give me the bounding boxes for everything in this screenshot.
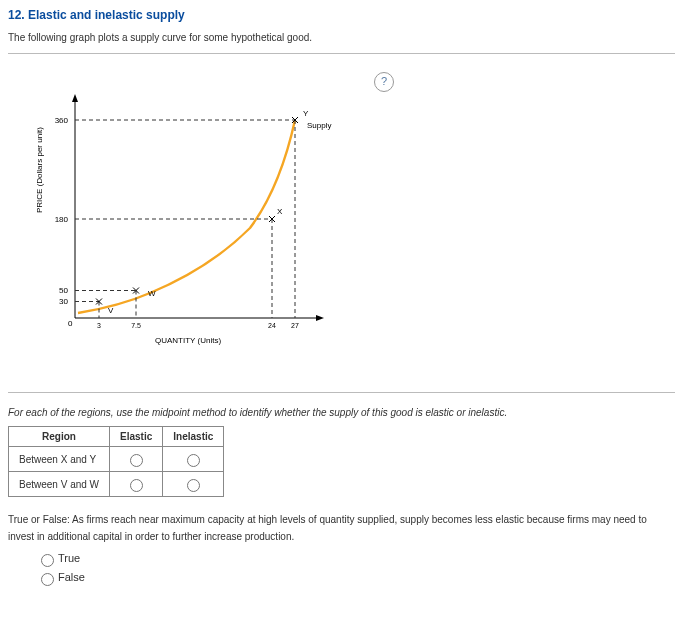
svg-text:X: X: [277, 207, 283, 216]
svg-text:Supply: Supply: [307, 121, 331, 130]
divider: [8, 53, 675, 54]
col-region: Region: [9, 427, 110, 447]
svg-text:30: 30: [59, 297, 68, 306]
row-label: Between X and Y: [9, 447, 110, 472]
elasticity-table: Region Elastic Inelastic Between X and Y…: [8, 426, 224, 497]
row-label: Between V and W: [9, 472, 110, 497]
svg-text:180: 180: [55, 215, 69, 224]
svg-text:24: 24: [268, 322, 276, 329]
true-false-prompt: True or False: As firms reach near maxim…: [8, 511, 675, 545]
table-instruction: For each of the regions, use the midpoin…: [8, 407, 675, 418]
radio-true[interactable]: [41, 554, 54, 567]
tf-option-true[interactable]: True: [36, 551, 675, 567]
table-row: Between X and Y: [9, 447, 224, 472]
radio-xy-inelastic[interactable]: [187, 454, 200, 467]
radio-vw-elastic[interactable]: [130, 479, 143, 492]
svg-text:V: V: [108, 306, 114, 315]
svg-text:360: 360: [55, 116, 69, 125]
table-row: Between V and W: [9, 472, 224, 497]
svg-text:3: 3: [97, 322, 101, 329]
radio-false[interactable]: [41, 573, 54, 586]
divider: [8, 392, 675, 393]
svg-text:Y: Y: [303, 109, 309, 118]
svg-marker-2: [72, 94, 78, 102]
svg-text:W: W: [148, 289, 156, 298]
y-axis-label: PRICE (Dollars per unit): [35, 127, 44, 213]
svg-marker-3: [316, 315, 324, 321]
x-axis-label: QUANTITY (Units): [155, 336, 221, 345]
radio-xy-elastic[interactable]: [130, 454, 143, 467]
col-inelastic: Inelastic: [163, 427, 224, 447]
supply-chart: ? PRICE (Dollars per unit) QUANTITY (Uni…: [20, 68, 400, 378]
tf-option-false[interactable]: False: [36, 570, 675, 586]
question-description: The following graph plots a supply curve…: [8, 32, 675, 43]
radio-vw-inelastic[interactable]: [187, 479, 200, 492]
col-elastic: Elastic: [110, 427, 163, 447]
question-title: 12. Elastic and inelastic supply: [8, 8, 675, 22]
svg-text:0: 0: [68, 319, 73, 328]
svg-text:50: 50: [59, 286, 68, 295]
help-icon[interactable]: ?: [374, 72, 394, 92]
svg-text:27: 27: [291, 322, 299, 329]
svg-text:7.5: 7.5: [131, 322, 141, 329]
